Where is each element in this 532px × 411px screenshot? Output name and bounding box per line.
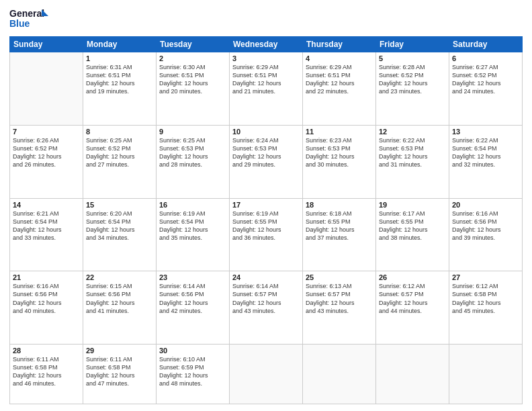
calendar-cell: 17Sunrise: 6:19 AM Sunset: 6:55 PM Dayli… (230, 198, 303, 271)
svg-text:General: General (9, 8, 44, 19)
calendar-cell: 9Sunrise: 6:25 AM Sunset: 6:53 PM Daylig… (157, 125, 230, 198)
day-info: Sunrise: 6:16 AM Sunset: 6:56 PM Dayligh… (452, 210, 519, 242)
day-number: 27 (452, 273, 519, 281)
day-info: Sunrise: 6:23 AM Sunset: 6:53 PM Dayligh… (306, 136, 373, 169)
weekday-header-friday: Friday (376, 37, 449, 52)
svg-text:Blue: Blue (9, 18, 30, 29)
day-number: 16 (159, 201, 226, 209)
day-info: Sunrise: 6:14 AM Sunset: 6:56 PM Dayligh… (159, 282, 226, 315)
day-number: 28 (13, 347, 80, 355)
day-info: Sunrise: 6:22 AM Sunset: 6:53 PM Dayligh… (379, 136, 446, 169)
weekday-header-sunday: Sunday (10, 37, 83, 52)
calendar-cell: 15Sunrise: 6:20 AM Sunset: 6:54 PM Dayli… (83, 198, 157, 271)
day-info: Sunrise: 6:19 AM Sunset: 6:54 PM Dayligh… (159, 210, 226, 242)
calendar-cell: 24Sunrise: 6:14 AM Sunset: 6:57 PM Dayli… (230, 271, 303, 345)
weekday-header-thursday: Thursday (303, 37, 376, 52)
day-info: Sunrise: 6:11 AM Sunset: 6:58 PM Dayligh… (86, 355, 153, 388)
calendar-cell: 8Sunrise: 6:25 AM Sunset: 6:52 PM Daylig… (83, 125, 157, 198)
day-number: 4 (306, 54, 373, 62)
day-number: 26 (379, 273, 446, 281)
day-number: 29 (86, 347, 153, 355)
day-info: Sunrise: 6:27 AM Sunset: 6:52 PM Dayligh… (452, 63, 519, 96)
calendar-cell: 13Sunrise: 6:22 AM Sunset: 6:54 PM Dayli… (449, 125, 523, 198)
calendar-cell: 19Sunrise: 6:17 AM Sunset: 6:55 PM Dayli… (376, 198, 449, 271)
day-info: Sunrise: 6:26 AM Sunset: 6:52 PM Dayligh… (13, 136, 80, 169)
day-number: 10 (232, 128, 300, 136)
calendar-cell: 12Sunrise: 6:22 AM Sunset: 6:53 PM Dayli… (376, 125, 449, 198)
calendar-cell: 16Sunrise: 6:19 AM Sunset: 6:54 PM Dayli… (157, 198, 230, 271)
day-info: Sunrise: 6:19 AM Sunset: 6:55 PM Dayligh… (232, 210, 300, 242)
calendar-cell: 14Sunrise: 6:21 AM Sunset: 6:54 PM Dayli… (10, 198, 83, 271)
day-number: 11 (306, 128, 373, 136)
weekday-header-row: SundayMondayTuesdayWednesdayThursdayFrid… (10, 37, 523, 52)
calendar-cell: 27Sunrise: 6:12 AM Sunset: 6:58 PM Dayli… (449, 271, 523, 345)
page: GeneralBlue SundayMondayTuesdayWednesday… (0, 0, 532, 411)
day-info: Sunrise: 6:18 AM Sunset: 6:55 PM Dayligh… (306, 210, 373, 242)
week-row-1: 7Sunrise: 6:26 AM Sunset: 6:52 PM Daylig… (10, 125, 523, 198)
week-row-2: 14Sunrise: 6:21 AM Sunset: 6:54 PM Dayli… (10, 198, 523, 271)
day-info: Sunrise: 6:12 AM Sunset: 6:58 PM Dayligh… (452, 282, 519, 315)
calendar-cell: 6Sunrise: 6:27 AM Sunset: 6:52 PM Daylig… (449, 52, 523, 126)
svg-marker-2 (42, 9, 48, 16)
calendar-cell: 11Sunrise: 6:23 AM Sunset: 6:53 PM Dayli… (303, 125, 376, 198)
day-info: Sunrise: 6:24 AM Sunset: 6:53 PM Dayligh… (232, 136, 300, 169)
day-number: 6 (452, 54, 519, 62)
day-number: 18 (306, 201, 373, 209)
day-info: Sunrise: 6:16 AM Sunset: 6:56 PM Dayligh… (13, 282, 80, 315)
day-number: 1 (86, 54, 153, 62)
day-number: 14 (13, 201, 80, 209)
day-info: Sunrise: 6:29 AM Sunset: 6:51 PM Dayligh… (306, 63, 373, 96)
calendar-cell (230, 345, 303, 404)
calendar-cell: 4Sunrise: 6:29 AM Sunset: 6:51 PM Daylig… (303, 52, 376, 126)
calendar-cell: 7Sunrise: 6:26 AM Sunset: 6:52 PM Daylig… (10, 125, 83, 198)
day-number: 3 (232, 54, 300, 62)
logo: GeneralBlue (9, 7, 50, 31)
day-number: 19 (379, 201, 446, 209)
day-number: 20 (452, 201, 519, 209)
day-number: 17 (232, 201, 300, 209)
day-info: Sunrise: 6:13 AM Sunset: 6:57 PM Dayligh… (306, 282, 373, 315)
day-number: 23 (159, 273, 226, 281)
day-number: 13 (452, 128, 519, 136)
day-info: Sunrise: 6:25 AM Sunset: 6:52 PM Dayligh… (86, 136, 153, 169)
weekday-header-saturday: Saturday (449, 37, 523, 52)
day-info: Sunrise: 6:11 AM Sunset: 6:58 PM Dayligh… (13, 355, 80, 388)
day-number: 9 (159, 128, 226, 136)
logo-svg: GeneralBlue (9, 7, 50, 31)
week-row-0: 1Sunrise: 6:31 AM Sunset: 6:51 PM Daylig… (10, 52, 523, 126)
weekday-header-wednesday: Wednesday (230, 37, 303, 52)
day-info: Sunrise: 6:15 AM Sunset: 6:56 PM Dayligh… (86, 282, 153, 315)
day-number: 12 (379, 128, 446, 136)
day-info: Sunrise: 6:14 AM Sunset: 6:57 PM Dayligh… (232, 282, 300, 315)
day-number: 15 (86, 201, 153, 209)
calendar-cell (303, 345, 376, 404)
calendar-cell: 18Sunrise: 6:18 AM Sunset: 6:55 PM Dayli… (303, 198, 376, 271)
day-number: 5 (379, 54, 446, 62)
day-info: Sunrise: 6:17 AM Sunset: 6:55 PM Dayligh… (379, 210, 446, 242)
calendar-cell: 20Sunrise: 6:16 AM Sunset: 6:56 PM Dayli… (449, 198, 523, 271)
day-number: 24 (232, 273, 300, 281)
day-info: Sunrise: 6:29 AM Sunset: 6:51 PM Dayligh… (232, 63, 300, 96)
calendar-cell: 3Sunrise: 6:29 AM Sunset: 6:51 PM Daylig… (230, 52, 303, 126)
calendar-cell: 1Sunrise: 6:31 AM Sunset: 6:51 PM Daylig… (83, 52, 157, 126)
day-info: Sunrise: 6:28 AM Sunset: 6:52 PM Dayligh… (379, 63, 446, 96)
day-info: Sunrise: 6:21 AM Sunset: 6:54 PM Dayligh… (13, 210, 80, 242)
calendar-cell: 23Sunrise: 6:14 AM Sunset: 6:56 PM Dayli… (157, 271, 230, 345)
calendar-cell: 26Sunrise: 6:12 AM Sunset: 6:57 PM Dayli… (376, 271, 449, 345)
day-number: 22 (86, 273, 153, 281)
calendar-cell: 29Sunrise: 6:11 AM Sunset: 6:58 PM Dayli… (83, 345, 157, 404)
day-number: 7 (13, 128, 80, 136)
weekday-header-monday: Monday (83, 37, 157, 52)
day-number: 25 (306, 273, 373, 281)
day-info: Sunrise: 6:25 AM Sunset: 6:53 PM Dayligh… (159, 136, 226, 169)
day-info: Sunrise: 6:12 AM Sunset: 6:57 PM Dayligh… (379, 282, 446, 315)
day-info: Sunrise: 6:22 AM Sunset: 6:54 PM Dayligh… (452, 136, 519, 169)
calendar-cell (10, 52, 83, 126)
calendar-cell: 22Sunrise: 6:15 AM Sunset: 6:56 PM Dayli… (83, 271, 157, 345)
day-number: 8 (86, 128, 153, 136)
day-number: 2 (159, 54, 226, 62)
calendar-cell: 28Sunrise: 6:11 AM Sunset: 6:58 PM Dayli… (10, 345, 83, 404)
calendar-cell: 25Sunrise: 6:13 AM Sunset: 6:57 PM Dayli… (303, 271, 376, 345)
calendar-cell: 5Sunrise: 6:28 AM Sunset: 6:52 PM Daylig… (376, 52, 449, 126)
calendar-table: SundayMondayTuesdayWednesdayThursdayFrid… (9, 36, 523, 404)
